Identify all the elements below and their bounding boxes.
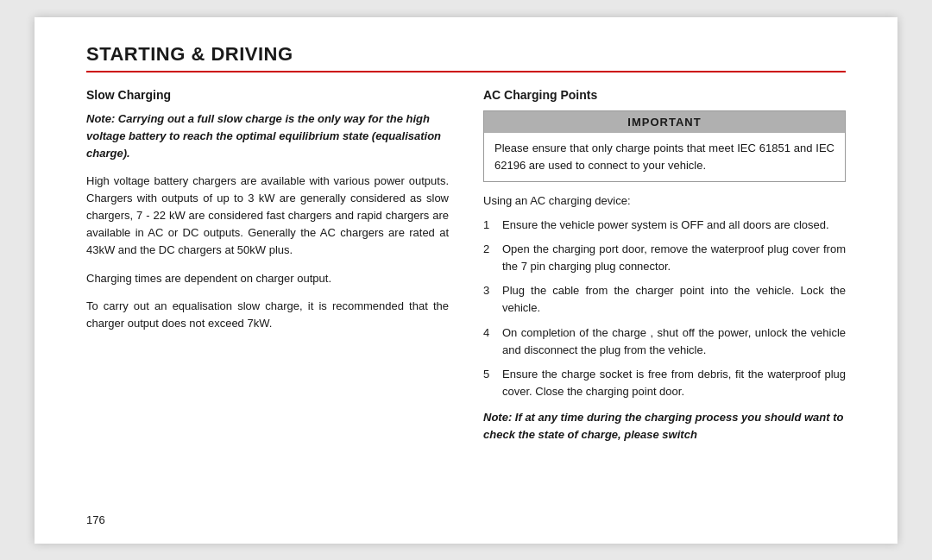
- left-note: Note: Carrying out a full slow charge is…: [86, 110, 449, 162]
- step-3-text: Plug the cable from the charger point in…: [502, 282, 846, 317]
- page-header: STARTING & DRIVING: [86, 43, 846, 66]
- right-section-title: AC Charging Points: [483, 88, 846, 102]
- steps-list: 1 Ensure the vehicle power system is OFF…: [483, 217, 846, 400]
- left-paragraph3: To carry out an equalisation slow charge…: [86, 298, 449, 332]
- right-note-bottom: Note: If at any time during the charging…: [483, 409, 846, 444]
- left-section-title: Slow Charging: [86, 88, 449, 102]
- step-3-num: 3: [483, 282, 495, 317]
- step-4-text: On completion of the charge , shut off t…: [502, 324, 846, 359]
- important-box: IMPORTANT Please ensure that only charge…: [483, 110, 846, 182]
- important-body: Please ensure that only charge points th…: [484, 133, 845, 181]
- step-5-num: 5: [483, 366, 495, 400]
- step-1: 1 Ensure the vehicle power system is OFF…: [483, 217, 846, 234]
- using-text: Using an AC charging device:: [483, 192, 846, 210]
- red-divider: [86, 71, 846, 72]
- left-column: Slow Charging Note: Carrying out a full …: [86, 88, 449, 444]
- step-1-text: Ensure the vehicle power system is OFF a…: [502, 217, 829, 234]
- step-3: 3 Plug the cable from the charger point …: [483, 282, 846, 317]
- step-2-num: 2: [483, 241, 495, 275]
- step-4: 4 On completion of the charge , shut off…: [483, 324, 846, 359]
- left-paragraph2: Charging times are dependent on charger …: [86, 270, 449, 287]
- important-header: IMPORTANT: [484, 111, 845, 133]
- step-4-num: 4: [483, 324, 495, 359]
- step-2: 2 Open the charging port door, remove th…: [483, 241, 846, 275]
- content-columns: Slow Charging Note: Carrying out a full …: [86, 88, 846, 444]
- page: STARTING & DRIVING Slow Charging Note: C…: [35, 17, 897, 544]
- page-number: 176: [86, 513, 105, 526]
- step-5-text: Ensure the charge socket is free from de…: [502, 366, 846, 400]
- step-2-text: Open the charging port door, remove the …: [502, 241, 846, 275]
- right-column: AC Charging Points IMPORTANT Please ensu…: [483, 88, 846, 444]
- left-paragraph1: High voltage battery chargers are availa…: [86, 173, 449, 260]
- page-title: STARTING & DRIVING: [86, 43, 846, 66]
- step-1-num: 1: [483, 217, 495, 234]
- step-5: 5 Ensure the charge socket is free from …: [483, 366, 846, 400]
